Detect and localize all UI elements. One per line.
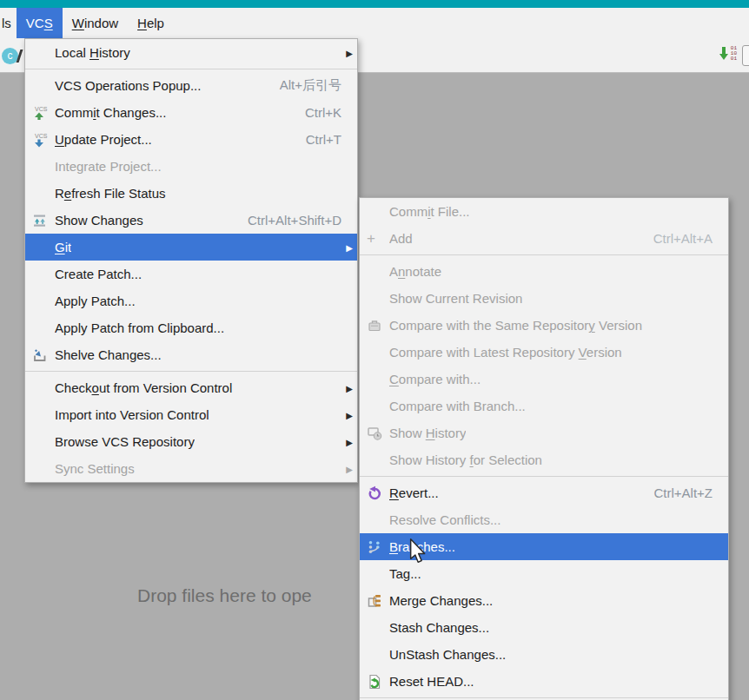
menu-item-local-history[interactable]: Local History▶ bbox=[25, 39, 357, 66]
menu-item-sync-settings: Sync Settings▶ bbox=[25, 455, 357, 482]
shelve-icon bbox=[32, 347, 55, 363]
vcs-commit-icon: VCS bbox=[32, 105, 55, 121]
toolbar-partial-button[interactable] bbox=[742, 45, 749, 66]
menu-item-compare-same-repository-version: Compare with the Same Repository Version bbox=[360, 312, 728, 339]
menu-item-vcs-operations-popup[interactable]: VCS Operations Popup...Alt+后引号 bbox=[25, 72, 357, 99]
update-project-button[interactable]: 01 10 01 bbox=[718, 44, 737, 63]
menu-item-create-patch[interactable]: Create Patch... bbox=[25, 261, 357, 287]
menu-item-label: Annotate bbox=[389, 264, 441, 279]
arrow-slot bbox=[341, 300, 353, 301]
menu-separator bbox=[25, 371, 357, 372]
menu-item-add: +AddCtrl+Alt+A bbox=[360, 225, 728, 252]
menu-item-apply-patch[interactable]: Apply Patch... bbox=[25, 287, 357, 314]
arrow-slot bbox=[713, 459, 724, 460]
reset-head-icon bbox=[367, 674, 389, 690]
menu-separator bbox=[25, 69, 357, 69]
menu-item-label: Commit Changes... bbox=[55, 105, 166, 120]
menu-item-show-current-revision: Show Current Revision bbox=[360, 285, 728, 312]
menu-item-label: Checkout from Version Control bbox=[55, 380, 232, 395]
menu-item-merge-changes[interactable]: Merge Changes... bbox=[360, 587, 728, 614]
menu-item-apply-patch-from-clipboard[interactable]: Apply Patch from Clipboard... bbox=[25, 314, 357, 341]
shortcut-label: Ctrl+Alt+Shift+D bbox=[227, 213, 341, 228]
menu-item-git[interactable]: Git▶ bbox=[25, 234, 357, 261]
diff-icon bbox=[32, 213, 55, 228]
menubar-label: VCS bbox=[26, 16, 53, 30]
menu-item-label: Import into Version Control bbox=[55, 407, 209, 422]
arrow-slot bbox=[713, 519, 724, 520]
plus-icon: + bbox=[367, 232, 389, 246]
menu-item-commit-changes[interactable]: VCSCommit Changes...Ctrl+K bbox=[25, 99, 357, 126]
menu-item-label: Shelve Changes... bbox=[55, 347, 162, 362]
arrow-slot bbox=[713, 573, 724, 574]
menu-item-stash-changes[interactable]: Stash Changes... bbox=[360, 614, 728, 641]
svg-text:VCS: VCS bbox=[35, 133, 48, 139]
menu-item-label: Add bbox=[389, 231, 413, 246]
menu-item-label: Reset HEAD... bbox=[389, 674, 474, 689]
menu-item-label: Browse VCS Repository bbox=[55, 434, 195, 449]
menu-item-label: UnStash Changes... bbox=[389, 647, 506, 662]
menubar-item-help[interactable]: Help bbox=[128, 8, 174, 38]
menubar-item-tools-partial[interactable]: ls bbox=[0, 8, 17, 38]
menu-item-unstash-changes[interactable]: UnStash Changes... bbox=[360, 641, 728, 668]
menu-item-label: Tag... bbox=[389, 566, 421, 581]
history-icon bbox=[367, 426, 389, 441]
menu-separator bbox=[360, 254, 728, 255]
shortcut-label: Ctrl+Alt+A bbox=[633, 231, 713, 246]
merge-icon bbox=[367, 593, 389, 609]
menu-item-label: Sync Settings bbox=[55, 461, 135, 476]
menu-item-label: Show Changes bbox=[55, 213, 143, 228]
menu-separator bbox=[360, 476, 728, 477]
vcs-update-icon: VCS bbox=[32, 132, 55, 148]
menu-item-label: VCS Operations Popup... bbox=[55, 78, 201, 93]
menu-item-label: Create Patch... bbox=[55, 267, 142, 281]
menu-item-label: Merge Changes... bbox=[389, 593, 493, 608]
submenu-arrow-icon: ▶ bbox=[341, 437, 353, 447]
arrow-slot bbox=[341, 85, 353, 86]
arrow-slot bbox=[713, 681, 724, 682]
arrow-slot bbox=[341, 112, 353, 113]
menu-item-compare-with-branch: Compare with Branch... bbox=[360, 393, 728, 419]
menu-item-show-history-for-selection: Show History for Selection bbox=[360, 446, 728, 473]
menu-item-import-into-version-control[interactable]: Import into Version Control▶ bbox=[25, 401, 357, 428]
menu-item-shelve-changes[interactable]: Shelve Changes... bbox=[25, 341, 357, 368]
arrow-slot bbox=[713, 238, 724, 239]
menubar-item-window[interactable]: Window bbox=[63, 8, 128, 38]
arrow-slot bbox=[713, 298, 724, 299]
arrow-slot bbox=[713, 600, 724, 601]
menu-item-label: Local History bbox=[55, 45, 130, 60]
menu-item-update-project[interactable]: VCSUpdate Project...Ctrl+T bbox=[25, 126, 357, 153]
svg-text:VCS: VCS bbox=[35, 106, 48, 112]
menu-item-label: Apply Patch... bbox=[55, 294, 136, 308]
update-arrow-icon bbox=[718, 44, 730, 63]
menu-item-label: Compare with... bbox=[389, 372, 481, 386]
menu-item-label: Refresh File Status bbox=[55, 186, 166, 201]
menu-item-label: Compare with Branch... bbox=[389, 399, 526, 413]
menu-item-label: Commit File... bbox=[389, 204, 470, 219]
menu-item-checkout-from-version-control[interactable]: Checkout from Version Control▶ bbox=[25, 374, 357, 401]
menubar-label: Help bbox=[137, 16, 164, 30]
arrow-slot bbox=[341, 354, 353, 355]
menu-item-integrate-project: Integrate Project... bbox=[25, 153, 357, 180]
shortcut-label: Alt+后引号 bbox=[259, 77, 341, 94]
menubar-item-vcs[interactable]: VCS bbox=[17, 8, 63, 38]
binary-digits-label: 01 10 01 bbox=[731, 46, 737, 62]
menu-item-revert[interactable]: Revert...Ctrl+Alt+Z bbox=[360, 479, 728, 506]
menu-item-browse-vcs-repository[interactable]: Browse VCS Repository▶ bbox=[25, 428, 357, 455]
menu-item-reset-head[interactable]: Reset HEAD... bbox=[360, 668, 728, 695]
menu-item-label: Resolve Conflicts... bbox=[389, 512, 500, 527]
menu-item-refresh-file-status[interactable]: Refresh File Status bbox=[25, 180, 357, 207]
arrow-slot bbox=[713, 379, 724, 380]
drop-files-hint: Drop files here to ope bbox=[137, 585, 312, 606]
arrow-slot bbox=[713, 433, 724, 433]
menu-item-show-changes[interactable]: Show ChangesCtrl+Alt+Shift+D bbox=[25, 207, 357, 234]
menu-item-label: Show Current Revision bbox=[389, 291, 522, 306]
arrow-slot bbox=[341, 327, 353, 328]
arrow-slot bbox=[713, 352, 724, 353]
shortcut-label: Ctrl+T bbox=[285, 132, 341, 147]
vcs-menu-popup: Local History▶VCS Operations Popup...Alt… bbox=[24, 38, 358, 483]
menu-item-label: Apply Patch from Clipboard... bbox=[55, 320, 224, 335]
menu-item-label: Stash Changes... bbox=[389, 620, 489, 635]
arrow-slot bbox=[341, 274, 353, 274]
menubar-label: Window bbox=[72, 16, 118, 30]
arrow-slot bbox=[713, 271, 724, 272]
